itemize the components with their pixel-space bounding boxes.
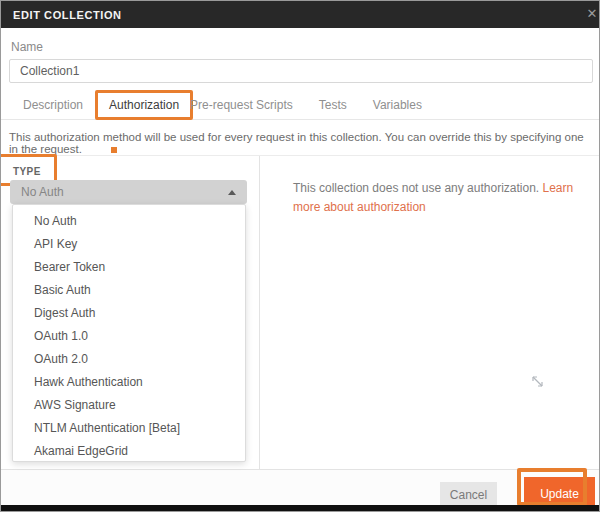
dropdown-option-oauth-2[interactable]: OAuth 2.0 bbox=[13, 348, 245, 371]
no-auth-message-text: This collection does not use any authori… bbox=[293, 181, 542, 195]
tab-authorization[interactable]: Authorization bbox=[109, 98, 179, 112]
edit-collection-dialog: EDIT COLLECTION ✕ Name Description Autho… bbox=[0, 0, 600, 512]
name-label: Name bbox=[11, 40, 43, 54]
dropdown-option-digest-auth[interactable]: Digest Auth bbox=[13, 302, 245, 325]
tab-pre-request-scripts[interactable]: Pre-request Scripts bbox=[190, 98, 293, 112]
auth-type-dropdown: No Auth API Key Bearer Token Basic Auth … bbox=[12, 204, 246, 462]
dropdown-option-ntlm[interactable]: NTLM Authentication [Beta] bbox=[13, 417, 245, 440]
window-bottom-edge bbox=[1, 505, 599, 511]
dropdown-option-hawk[interactable]: Hawk Authentication bbox=[13, 371, 245, 394]
annotation-square-marker bbox=[111, 147, 117, 153]
authorization-annotation-box: Authorization bbox=[95, 90, 193, 120]
type-label: TYPE bbox=[13, 166, 41, 177]
dropdown-option-bearer-token[interactable]: Bearer Token bbox=[13, 256, 245, 279]
dialog-header: EDIT COLLECTION ✕ bbox=[1, 1, 599, 28]
dropdown-option-basic-auth[interactable]: Basic Auth bbox=[13, 279, 245, 302]
chevron-up-icon bbox=[228, 190, 236, 195]
dropdown-option-akamai[interactable]: Akamai EdgeGrid bbox=[13, 440, 245, 463]
dropdown-option-api-key[interactable]: API Key bbox=[13, 233, 245, 256]
tab-tests[interactable]: Tests bbox=[319, 98, 347, 112]
close-icon[interactable]: ✕ bbox=[587, 6, 599, 21]
no-auth-message: This collection does not use any authori… bbox=[293, 179, 589, 217]
tab-bar: Description Authorization Pre-request Sc… bbox=[1, 91, 599, 120]
auth-type-select[interactable]: No Auth bbox=[10, 180, 247, 204]
auth-type-selected-value: No Auth bbox=[21, 185, 64, 199]
collection-name-input[interactable] bbox=[9, 59, 593, 83]
dialog-title: EDIT COLLECTION bbox=[13, 9, 122, 21]
dropdown-option-oauth-1[interactable]: OAuth 1.0 bbox=[13, 325, 245, 348]
dropdown-option-no-auth[interactable]: No Auth bbox=[13, 210, 245, 233]
tab-variables[interactable]: Variables bbox=[373, 98, 422, 112]
pane-divider bbox=[259, 156, 260, 469]
auth-info-text: This authorization method will be used f… bbox=[1, 120, 599, 156]
tab-description[interactable]: Description bbox=[23, 98, 83, 112]
resize-cursor-icon bbox=[529, 372, 547, 392]
dropdown-option-aws-signature[interactable]: AWS Signature bbox=[13, 394, 245, 417]
cancel-button[interactable]: Cancel bbox=[440, 482, 497, 507]
